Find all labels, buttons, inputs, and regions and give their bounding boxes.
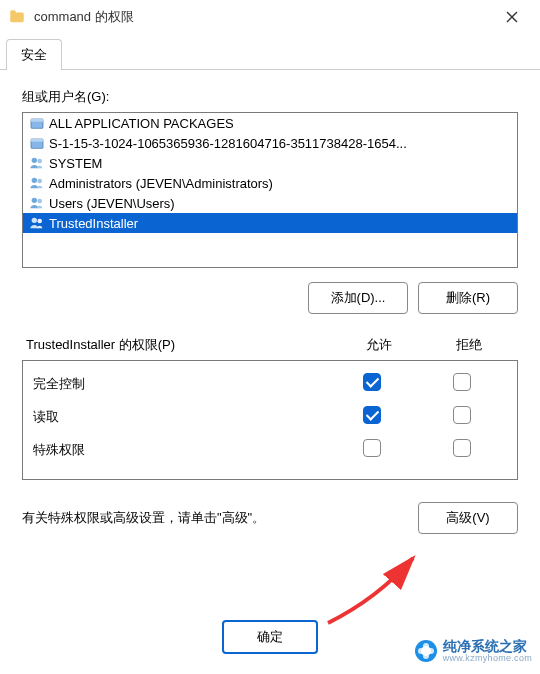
allow-checkbox[interactable] (363, 439, 381, 457)
permission-row: 读取 (25, 400, 515, 433)
watermark: 纯净系统之家 www.kzmyhome.com (415, 639, 532, 664)
list-item-label: SYSTEM (49, 156, 102, 171)
permission-row: 特殊权限 (25, 433, 515, 466)
list-item[interactable]: S-1-15-3-1024-1065365936-1281604716-3511… (23, 133, 517, 153)
svg-point-10 (32, 218, 37, 223)
svg-point-9 (37, 199, 42, 204)
users-group-icon (29, 155, 45, 171)
list-item[interactable]: SYSTEM (23, 153, 517, 173)
list-item-label: S-1-15-3-1024-1065365936-1281604716-3511… (49, 136, 407, 151)
permission-row: 完全控制 (25, 367, 515, 400)
list-item[interactable]: ALL APPLICATION PACKAGES (23, 113, 517, 133)
users-listbox[interactable]: ALL APPLICATION PACKAGESS-1-15-3-1024-10… (22, 112, 518, 268)
ok-button[interactable]: 确定 (222, 620, 318, 654)
deny-checkbox[interactable] (453, 439, 471, 457)
users-group-icon (29, 215, 45, 231)
svg-point-6 (32, 178, 37, 183)
package-icon (29, 115, 45, 131)
permissions-list: 完全控制读取特殊权限 (22, 360, 518, 480)
deny-checkbox[interactable] (453, 406, 471, 424)
tabstrip: 安全 (0, 38, 540, 70)
svg-point-8 (32, 198, 37, 203)
package-icon (29, 135, 45, 151)
svg-rect-3 (31, 139, 43, 142)
watermark-sub: www.kzmyhome.com (443, 654, 532, 664)
permission-name: 完全控制 (33, 375, 327, 393)
watermark-main: 纯净系统之家 (443, 639, 532, 654)
close-icon[interactable] (492, 3, 532, 31)
permission-name: 特殊权限 (33, 441, 327, 459)
permissions-header: TrustedInstaller 的权限(P) 允许 拒绝 (22, 336, 518, 360)
remove-button[interactable]: 删除(R) (418, 282, 518, 314)
add-button[interactable]: 添加(D)... (308, 282, 408, 314)
allow-checkbox[interactable] (363, 406, 381, 424)
annotation-arrow-icon (318, 548, 438, 628)
groups-label: 组或用户名(G): (22, 88, 518, 106)
folder-icon (8, 8, 26, 26)
svg-point-5 (37, 159, 42, 164)
permission-name: 读取 (33, 408, 327, 426)
advanced-button[interactable]: 高级(V) (418, 502, 518, 534)
svg-point-7 (37, 179, 42, 184)
window-title: command 的权限 (34, 8, 492, 26)
list-item-label: Users (JEVEN\Users) (49, 196, 175, 211)
allow-checkbox[interactable] (363, 373, 381, 391)
permissions-title: TrustedInstaller 的权限(P) (26, 336, 334, 354)
svg-point-4 (32, 158, 37, 163)
list-item-label: Administrators (JEVEN\Administrators) (49, 176, 273, 191)
col-allow: 允许 (334, 336, 424, 354)
list-item[interactable]: TrustedInstaller (23, 213, 517, 233)
watermark-logo-icon (415, 640, 437, 662)
col-deny: 拒绝 (424, 336, 514, 354)
list-item[interactable]: Administrators (JEVEN\Administrators) (23, 173, 517, 193)
users-group-icon (29, 175, 45, 191)
list-item-label: TrustedInstaller (49, 216, 138, 231)
list-item-label: ALL APPLICATION PACKAGES (49, 116, 234, 131)
deny-checkbox[interactable] (453, 373, 471, 391)
tab-security[interactable]: 安全 (6, 39, 62, 70)
svg-rect-1 (31, 119, 43, 122)
advanced-hint: 有关特殊权限或高级设置，请单击"高级"。 (22, 509, 406, 527)
svg-point-11 (37, 219, 42, 224)
titlebar: command 的权限 (0, 0, 540, 34)
list-item[interactable]: Users (JEVEN\Users) (23, 193, 517, 213)
users-group-icon (29, 195, 45, 211)
